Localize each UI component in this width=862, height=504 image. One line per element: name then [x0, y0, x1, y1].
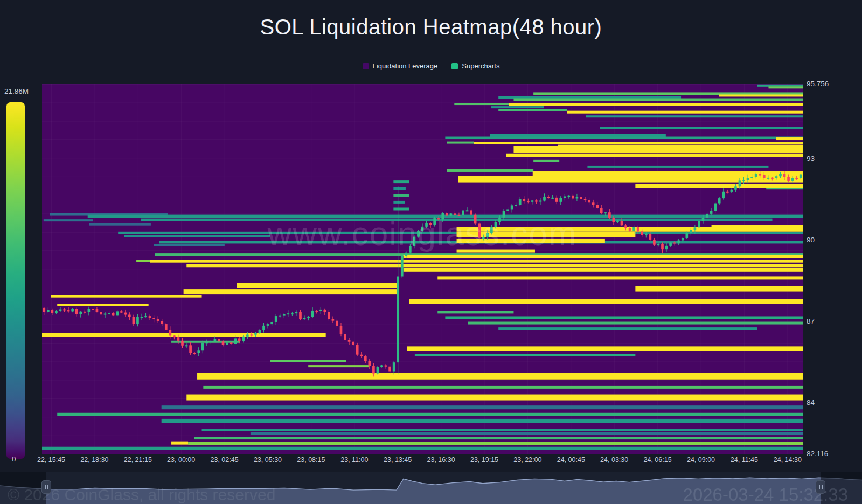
colorbar-gradient	[6, 102, 25, 459]
y-axis-label: 82.116	[807, 450, 828, 458]
navigator-right-handle[interactable]	[816, 480, 825, 494]
x-axis-label: 23, 05:30	[254, 456, 282, 464]
x-axis-label: 24, 06:15	[644, 456, 672, 464]
legend-item-supercharts[interactable]: Supercharts	[451, 62, 499, 70]
x-axis-label: 24, 00:45	[557, 456, 585, 464]
x-axis-label: 23, 08:15	[297, 456, 325, 464]
y-axis-label: 84	[807, 398, 815, 407]
navigator-dim-right	[821, 472, 862, 504]
x-axis-label: 23, 19:15	[470, 456, 498, 464]
y-axis-label: 87	[807, 317, 815, 325]
x-axis-label: 23, 00:00	[167, 456, 195, 464]
x-axis-label: 24, 14:30	[774, 456, 802, 464]
x-axis-label: 23, 22:00	[513, 456, 541, 464]
legend: Liquidation Leverage Supercharts	[0, 62, 862, 70]
colorbar-max-label: 21.86M	[4, 87, 29, 95]
y-axis-label: 93	[807, 155, 815, 163]
legend-item-liquidation-leverage[interactable]: Liquidation Leverage	[363, 62, 438, 70]
x-axis-label: 23, 16:30	[427, 456, 455, 464]
x-axis-label: 22, 15:45	[37, 456, 65, 464]
x-axis-label: 24, 09:00	[687, 456, 715, 464]
x-axis-label: 24, 11:45	[731, 456, 758, 464]
navigator-dim-left	[0, 472, 46, 504]
y-axis-label: 90	[807, 236, 815, 244]
heatmap-canvas[interactable]	[42, 84, 803, 454]
colorbar-min-label: 0	[12, 455, 16, 463]
page-root: SOL Liquidation Heatmap(48 hour) Liquida…	[0, 0, 862, 504]
navigator-left-handle[interactable]	[41, 480, 51, 494]
x-axis-label: 23, 02:45	[211, 456, 239, 464]
x-axis-label: 23, 11:00	[340, 456, 368, 464]
legend-swatch-green-icon	[451, 63, 458, 69]
legend-label: Supercharts	[462, 62, 499, 70]
y-axis-label: 95.756	[807, 80, 829, 88]
page-title: SOL Liquidation Heatmap(48 hour)	[0, 15, 862, 39]
x-axis-label: 23, 13:45	[384, 456, 412, 464]
legend-label: Liquidation Leverage	[373, 62, 438, 70]
x-axis-label: 24, 03:30	[600, 456, 628, 464]
x-axis-label: 22, 21:15	[124, 456, 152, 464]
legend-swatch-purple-icon	[363, 63, 369, 69]
navigator-canvas[interactable]	[0, 472, 862, 504]
x-axis-label: 22, 18:30	[80, 456, 108, 464]
